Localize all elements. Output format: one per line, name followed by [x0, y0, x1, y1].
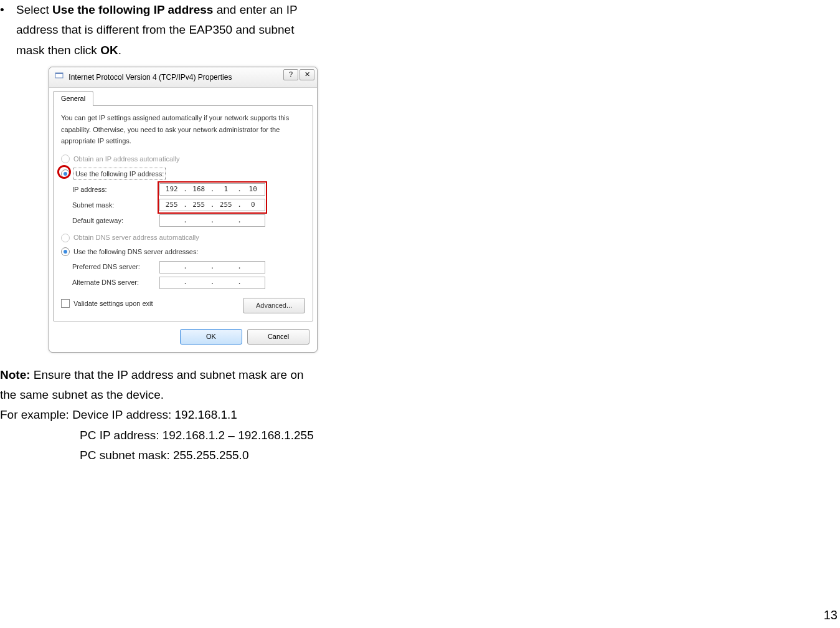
help-button[interactable]: ? — [283, 69, 298, 80]
note-line4: PC IP address: 192.168.1.2 – 192.168.1.2… — [0, 426, 386, 445]
radio-auto-ip-label: Obtain an IP address automatically — [73, 153, 179, 165]
instr-bold-use-ip: Use the following IP address — [52, 3, 213, 16]
subnet-label: Subnet mask: — [72, 199, 159, 211]
radio-auto-ip-row[interactable]: Obtain an IP address automatically — [61, 153, 305, 165]
radio-use-ip-label: Use the following IP address: — [73, 168, 166, 181]
note-line3: For example: Device IP address: 192.168.… — [0, 405, 386, 425]
alt-dns-input[interactable]: . . . — [159, 277, 265, 289]
dialog-button-row: OK Cancel — [49, 325, 317, 352]
instr-bold-ok: OK — [100, 44, 118, 57]
bullet-glyph: • — [0, 0, 16, 20]
note-bold: Note: — [0, 368, 31, 381]
ip-address-label: IP address: — [72, 184, 159, 196]
note-line1: Note: Ensure that the IP address and sub… — [0, 365, 386, 385]
cancel-button[interactable]: Cancel — [247, 329, 309, 345]
ip-group: Obtain an IP address automatically Use t… — [61, 153, 305, 227]
tcpip-properties-dialog: Internet Protocol Version 4 (TCP/IPv4) P… — [49, 67, 318, 353]
gateway-row: Default gateway: . . . — [72, 214, 305, 227]
instruction-bullet-row: • Select Use the following IP address an… — [0, 0, 386, 20]
tab-panel-general: You can get IP settings assigned automat… — [53, 105, 313, 321]
pref-dns-input[interactable]: . . . — [159, 261, 265, 274]
radio-auto-dns-label: Obtain DNS server address automatically — [73, 232, 199, 244]
tabstrip: General — [49, 88, 317, 105]
dns-fields: Preferred DNS server: . . . Alternate DN… — [72, 261, 305, 289]
instr-line3a: mask then click — [16, 44, 100, 57]
advanced-button[interactable]: Advanced... — [243, 298, 305, 313]
ok-button[interactable]: OK — [180, 329, 242, 345]
alt-dns-label: Alternate DNS server: — [72, 277, 159, 288]
pref-dns-label: Preferred DNS server: — [72, 261, 159, 273]
radio-auto-ip[interactable] — [61, 155, 70, 163]
highlight-circle-icon — [57, 165, 71, 179]
gateway-label: Default gateway: — [72, 215, 159, 227]
radio-use-dns-row[interactable]: Use the following DNS server addresses: — [61, 246, 305, 258]
radio-use-ip-row[interactable]: Use the following IP address: — [61, 168, 305, 181]
highlight-box-icon — [158, 181, 267, 214]
svg-rect-1 — [55, 73, 63, 74]
radio-auto-dns[interactable] — [61, 234, 70, 242]
gateway-input[interactable]: . . . — [159, 214, 265, 227]
dialog-icon — [54, 71, 64, 83]
instruction-line1: Select Use the following IP address and … — [16, 0, 298, 20]
alt-dns-row: Alternate DNS server: . . . — [72, 277, 305, 289]
dns-group: Obtain DNS server address automatically … — [61, 232, 305, 288]
pref-dns-row: Preferred DNS server: . . . — [72, 261, 305, 274]
radio-use-dns-label: Use the following DNS server addresses: — [73, 246, 199, 258]
note-line1-rest: Ensure that the IP address and subnet ma… — [31, 368, 304, 381]
dialog-title-text: Internet Protocol Version 4 (TCP/IPv4) P… — [68, 73, 232, 82]
note-block: Note: Ensure that the IP address and sub… — [0, 365, 386, 465]
radio-auto-dns-row[interactable]: Obtain DNS server address automatically — [61, 232, 305, 244]
radio-use-dns[interactable] — [61, 247, 70, 256]
dialog-titlebar: Internet Protocol Version 4 (TCP/IPv4) P… — [49, 67, 317, 88]
note-line5: PC subnet mask: 255.255.255.0 — [0, 445, 386, 465]
instr-prefix: Select — [16, 3, 52, 16]
ip-fields: IP address: 192. 168. 1. 10 Subnet mask:… — [72, 183, 305, 227]
instruction-line2: address that is different from the EAP35… — [0, 20, 386, 40]
tab-general[interactable]: General — [53, 91, 93, 106]
instr-mid: and enter an IP — [213, 3, 297, 16]
instr-line3b: . — [118, 44, 121, 57]
validate-checkbox[interactable] — [61, 299, 70, 308]
dialog-description: You can get IP settings assigned automat… — [61, 112, 305, 147]
validate-label: Validate settings upon exit — [73, 298, 153, 310]
page-number: 13 — [824, 604, 838, 626]
instruction-line3: mask then click OK. — [0, 40, 386, 60]
note-line2: the same subnet as the device. — [0, 385, 386, 405]
close-button[interactable]: ✕ — [300, 69, 314, 80]
